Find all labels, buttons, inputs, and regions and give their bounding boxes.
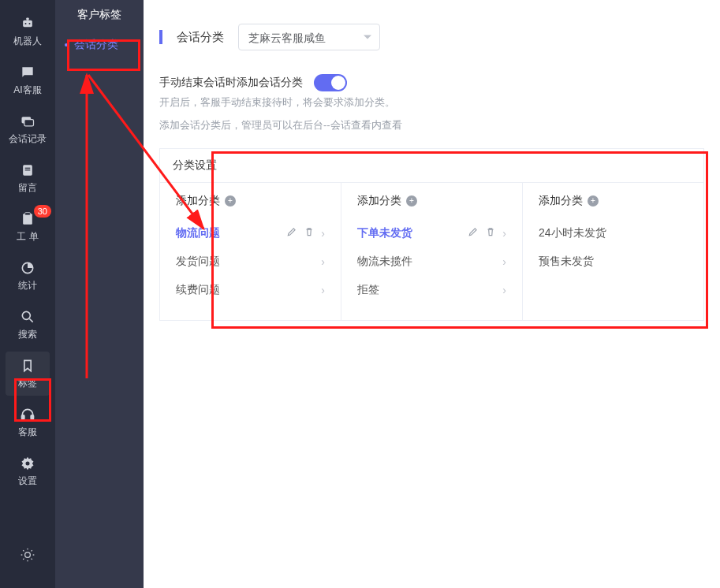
svg-point-17 xyxy=(25,553,31,558)
chevron-right-icon: › xyxy=(502,227,506,240)
search-icon xyxy=(20,309,35,325)
plus-icon: + xyxy=(406,195,417,207)
svg-rect-0 xyxy=(23,20,32,26)
left-nav: 机器人 AI客服 会话记录 留言 30 工 单 xyxy=(0,0,55,588)
category-item[interactable]: 发货问题 › xyxy=(176,247,325,276)
category-name: 预售未发货 xyxy=(539,255,688,269)
nav-label: 机器人 xyxy=(13,35,42,48)
category-col-2: 添加分类 + 24小时未发货 预售未发货 xyxy=(523,183,703,320)
category-item[interactable]: 24小时未发货 xyxy=(539,219,688,247)
nav-label: 标签 xyxy=(18,377,37,390)
category-panel: 分类设置 添加分类 + 物流问题 xyxy=(159,148,704,321)
delete-icon[interactable] xyxy=(304,226,315,240)
nav-label: AI客服 xyxy=(13,84,41,97)
category-item[interactable]: 拒签 › xyxy=(357,276,506,304)
nav-session-log[interactable]: 会话记录 xyxy=(6,107,50,151)
category-col-1: 添加分类 + 下单未发货 › xyxy=(341,183,523,320)
header-accent-bar xyxy=(159,30,162,44)
gear-icon xyxy=(20,456,35,471)
category-item[interactable]: 预售未发货 xyxy=(539,247,688,276)
sub-panel: 客户标签 会话分类 xyxy=(55,0,144,588)
plus-icon: + xyxy=(225,195,236,207)
category-name: 续费问题 xyxy=(176,283,315,297)
chevron-right-icon: › xyxy=(321,284,325,296)
nav-agent[interactable]: 客服 xyxy=(6,400,50,445)
category-name: 物流未揽件 xyxy=(357,255,496,269)
hint-text-2: 添加会话分类后，管理员可以在后台--会话查看内查看 xyxy=(144,114,720,137)
nav-label: 设置 xyxy=(18,474,37,488)
add-category-button[interactable]: 添加分类 + xyxy=(176,194,325,208)
svg-rect-14 xyxy=(22,415,24,419)
add-category-label: 添加分类 xyxy=(357,194,401,208)
bookmark-icon xyxy=(20,358,35,374)
log-icon xyxy=(20,114,35,129)
svg-line-22 xyxy=(23,550,24,551)
category-item[interactable]: 续费问题 › xyxy=(176,276,325,304)
nav-stats[interactable]: 统计 xyxy=(6,254,50,298)
add-category-label: 添加分类 xyxy=(539,194,583,208)
add-category-button[interactable]: 添加分类 + xyxy=(357,194,506,208)
svg-rect-8 xyxy=(25,169,31,170)
category-name: 发货问题 xyxy=(176,255,315,269)
nav-tags[interactable]: 标签 xyxy=(6,352,50,396)
nav-message[interactable]: 留言 xyxy=(6,156,50,200)
chevron-right-icon: › xyxy=(502,284,506,296)
nav-label: 留言 xyxy=(18,181,37,195)
sub-item-session-category[interactable]: 会话分类 xyxy=(55,30,144,60)
nav-ai-service[interactable]: AI客服 xyxy=(6,58,50,102)
note-icon xyxy=(20,162,35,178)
account-select-value: 芝麻云客服咸鱼 xyxy=(248,32,326,44)
category-item[interactable]: 下单未发货 › xyxy=(357,219,506,247)
nav-label: 客服 xyxy=(18,426,37,439)
nav-settings[interactable]: 设置 xyxy=(6,449,50,493)
robot-icon xyxy=(20,16,35,32)
svg-rect-5 xyxy=(24,119,34,125)
svg-rect-1 xyxy=(26,17,28,20)
edit-icon[interactable] xyxy=(468,226,479,240)
plus-icon: + xyxy=(588,195,599,207)
category-col-0: 添加分类 + 物流问题 › xyxy=(160,183,341,320)
sun-icon xyxy=(20,547,35,563)
svg-point-3 xyxy=(29,23,31,24)
ticket-icon xyxy=(20,211,35,227)
svg-point-16 xyxy=(26,461,30,465)
svg-point-12 xyxy=(22,311,30,319)
svg-rect-10 xyxy=(25,212,31,214)
add-category-button[interactable]: 添加分类 + xyxy=(539,194,688,208)
delete-icon[interactable] xyxy=(485,226,496,240)
category-name: 物流问题 xyxy=(176,226,286,240)
category-item[interactable]: 物流未揽件 › xyxy=(357,247,506,276)
svg-point-2 xyxy=(25,23,27,24)
category-name: 下单未发货 xyxy=(357,226,468,240)
nav-label: 搜索 xyxy=(18,328,37,341)
svg-line-25 xyxy=(32,550,32,551)
category-name: 24小时未发货 xyxy=(539,226,688,240)
nav-ticket[interactable]: 30 工 单 xyxy=(6,205,50,249)
nav-search[interactable]: 搜索 xyxy=(6,303,50,347)
add-category-label: 添加分类 xyxy=(176,194,220,208)
panel-title: 分类设置 xyxy=(160,149,703,183)
headset-icon xyxy=(20,407,35,422)
hint-text-1: 开启后，客服手动结束接待时，将会要求添加分类。 xyxy=(144,91,720,114)
svg-rect-15 xyxy=(31,415,33,419)
chevron-right-icon: › xyxy=(502,255,506,268)
header-label: 会话分类 xyxy=(177,30,224,45)
edit-icon[interactable] xyxy=(286,226,297,240)
svg-line-23 xyxy=(32,559,32,560)
nav-robot[interactable]: 机器人 xyxy=(6,9,50,54)
chat-icon xyxy=(20,65,35,80)
main-content: 会话分类 芝麻云客服咸鱼 手动结束会话时添加会话分类 开启后，客服手动结束接待时… xyxy=(144,0,720,588)
nav-label: 会话记录 xyxy=(9,132,47,146)
ticket-badge: 30 xyxy=(34,205,51,218)
category-item[interactable]: 物流问题 › xyxy=(176,219,325,247)
chevron-right-icon: › xyxy=(321,255,325,268)
account-select[interactable]: 芝麻云客服咸鱼 xyxy=(238,24,380,50)
nav-theme[interactable] xyxy=(6,533,50,577)
nav-label: 工 单 xyxy=(17,230,38,244)
chevron-right-icon: › xyxy=(321,227,325,240)
toggle-auto-category[interactable] xyxy=(314,74,347,91)
nav-label: 统计 xyxy=(18,279,37,292)
stats-icon xyxy=(20,260,35,276)
toggle-label: 手动结束会话时添加会话分类 xyxy=(159,76,303,90)
svg-line-13 xyxy=(30,318,33,322)
